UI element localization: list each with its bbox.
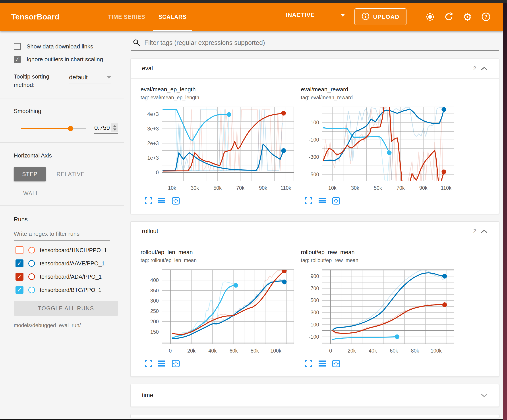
- line-chart[interactable]: 10k30k50k70k90k110k100-100-300-500: [301, 105, 461, 195]
- help-button[interactable]: ?: [481, 12, 491, 22]
- svg-text:200: 200: [150, 318, 159, 324]
- svg-text:300: 300: [311, 310, 319, 315]
- settings-sidebar: Show data download links ✓ Ignore outlie…: [0, 31, 124, 419]
- run-color-swatch: [28, 273, 35, 280]
- settings-button[interactable]: ⚙: [462, 12, 472, 22]
- view-data-table-button[interactable]: [318, 360, 326, 367]
- tag-filter-input[interactable]: Filter tags (regular expressions support…: [133, 39, 499, 47]
- smoothing-value-input[interactable]: 0.759: [94, 124, 118, 134]
- run-checkbox[interactable]: ✓: [15, 246, 23, 254]
- svg-text:150: 150: [150, 329, 159, 335]
- tab-time-series[interactable]: TIME SERIES: [102, 3, 152, 31]
- checkbox-unchecked-icon[interactable]: [14, 43, 21, 50]
- slider-handle[interactable]: [68, 126, 73, 131]
- toggle-all-runs-button[interactable]: TOGGLE ALL RUNS: [14, 301, 118, 316]
- fit-domain-button[interactable]: [172, 360, 180, 368]
- chevron-up-icon[interactable]: [481, 66, 488, 71]
- view-data-table-button[interactable]: [318, 197, 326, 205]
- main-tabs: TIME SERIES SCALARS: [102, 3, 193, 31]
- fit-domain-icon: [172, 360, 180, 368]
- view-data-table-button[interactable]: [158, 197, 166, 205]
- svg-text:80k: 80k: [411, 348, 419, 354]
- run-row[interactable]: ✓ tensorboard/BTC/PPO_1: [15, 286, 124, 294]
- checkbox-checked-icon[interactable]: ✓: [14, 56, 21, 63]
- fullscreen-icon: [305, 197, 312, 205]
- svg-text:1e+3: 1e+3: [147, 155, 159, 161]
- axis-option-relative[interactable]: RELATIVE: [56, 171, 84, 177]
- brightness-toggle-button[interactable]: [425, 12, 435, 22]
- smoothing-slider[interactable]: [21, 128, 86, 129]
- tooltip-sorting-dropdown[interactable]: default: [69, 74, 111, 84]
- svg-text:300: 300: [150, 298, 159, 304]
- fit-domain-button[interactable]: [172, 197, 180, 205]
- stepper-arrows[interactable]: [111, 124, 118, 132]
- line-chart[interactable]: 020k40k60k80k100k150200250300350400: [141, 268, 301, 358]
- svg-text:?: ?: [484, 14, 488, 20]
- svg-text:20k: 20k: [187, 348, 196, 354]
- show-download-links-row[interactable]: Show data download links: [14, 43, 124, 50]
- window-top-bar: [0, 0, 507, 3]
- fit-domain-button[interactable]: [332, 197, 340, 205]
- expand-chart-button[interactable]: [145, 360, 152, 367]
- expand-chart-button[interactable]: [305, 197, 312, 205]
- smoothing-slider-row: 0.759: [0, 124, 124, 134]
- app-title: TensorBoard: [11, 12, 60, 21]
- info-icon: [362, 12, 370, 21]
- svg-text:20k: 20k: [348, 348, 356, 354]
- runs-filter-placeholder: Write a regex to filter runs: [14, 230, 79, 237]
- section-card-time: time: [131, 384, 499, 407]
- runs-filter-input[interactable]: Write a regex to filter runs: [14, 230, 110, 241]
- run-label: tensorboard/AAVE/PPO_1: [40, 260, 105, 267]
- ignore-outliers-row[interactable]: ✓ Ignore outliers in chart scaling: [14, 56, 124, 63]
- run-row[interactable]: ✓ tensorboard/ADA/PPO_1: [15, 273, 124, 281]
- dashboard-main: Filter tags (regular expressions support…: [124, 31, 503, 419]
- run-checkbox[interactable]: ✓: [15, 273, 23, 281]
- chevron-down-icon: [113, 129, 116, 131]
- horizontal-axis-label: Horizontal Axis: [14, 152, 124, 159]
- view-data-table-button[interactable]: [158, 360, 166, 367]
- help-icon: ?: [481, 12, 491, 22]
- brightness-icon: [425, 12, 435, 22]
- section-header-eval[interactable]: eval 2: [131, 59, 499, 78]
- svg-text:-100: -100: [309, 137, 319, 142]
- refresh-button[interactable]: [444, 12, 454, 22]
- smoothing-value: 0.759: [94, 124, 110, 131]
- tab-scalars[interactable]: SCALARS: [152, 3, 193, 31]
- axis-option-step[interactable]: STEP: [14, 167, 46, 181]
- divider: [0, 206, 124, 206]
- chart-toolbar: [305, 197, 461, 205]
- section-count-badge: 2: [473, 228, 476, 234]
- line-chart[interactable]: 10k30k50k70k90k110k01e+32e+33e+34e+3: [141, 105, 301, 195]
- desktop-edge-bottom: [0, 419, 503, 420]
- chart-toolbar: [305, 360, 461, 368]
- tag-filter-placeholder: Filter tags (regular expressions support…: [144, 39, 265, 47]
- checkbox-label: Ignore outliers in chart scaling: [27, 56, 103, 63]
- svg-text:100k: 100k: [431, 348, 442, 354]
- chevron-up-icon[interactable]: [481, 229, 488, 234]
- run-row[interactable]: ✓ tensorboard/1INCH/PPO_1: [15, 246, 124, 254]
- svg-text:100: 100: [311, 322, 319, 327]
- fit-domain-button[interactable]: [332, 360, 340, 368]
- expand-chart-button[interactable]: [305, 360, 312, 367]
- chevron-down-icon: [107, 76, 111, 79]
- fullscreen-icon: [145, 197, 152, 205]
- upload-button[interactable]: UPLOAD: [354, 8, 407, 25]
- chevron-down-icon[interactable]: [481, 393, 488, 398]
- section-body-rollout: rollout/ep_len_mean tag: rollout/ep_len_…: [131, 241, 499, 376]
- upload-status-dropdown[interactable]: INACTIVE: [286, 12, 345, 22]
- svg-text:500: 500: [311, 297, 319, 303]
- svg-text:10k: 10k: [328, 185, 337, 191]
- upload-status-value: INACTIVE: [286, 12, 315, 19]
- section-header-rollout[interactable]: rollout 2: [131, 222, 499, 241]
- section-header-time[interactable]: time: [131, 384, 499, 406]
- run-checkbox[interactable]: ✓: [15, 259, 23, 267]
- run-label: tensorboard/1INCH/PPO_1: [40, 247, 107, 254]
- line-chart[interactable]: 020k40k60k80k100k-100100300500700900: [301, 268, 461, 358]
- chevron-up-icon: [113, 125, 116, 127]
- svg-text:3e+3: 3e+3: [147, 126, 159, 131]
- horizontal-axis-options: STEP RELATIVE: [14, 167, 124, 181]
- expand-chart-button[interactable]: [145, 197, 152, 205]
- run-checkbox[interactable]: ✓: [15, 286, 23, 294]
- axis-option-wall[interactable]: WALL: [23, 190, 124, 197]
- run-row[interactable]: ✓ tensorboard/AAVE/PPO_1: [15, 259, 124, 267]
